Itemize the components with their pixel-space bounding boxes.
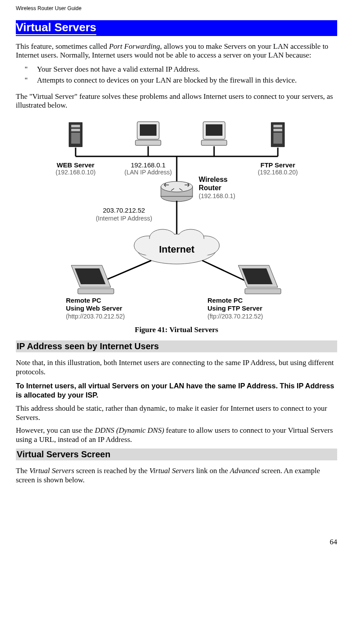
router-icon [161, 181, 193, 202]
svg-rect-2 [71, 129, 80, 131]
intro-paragraph-2: The "Virtual Server" feature solves thes… [16, 92, 337, 110]
ftp-server-ip: (192.168.0.20) [258, 169, 298, 176]
svg-rect-5 [140, 124, 156, 136]
lan-pc-icon [201, 122, 227, 145]
svg-line-29 [102, 260, 151, 282]
internet-label: Internet [159, 244, 194, 255]
text: However, you can use the [16, 426, 95, 434]
running-header: Wireless Router User Guide [16, 0, 337, 20]
sub1-callout: To Internet users, all virtual Servers o… [16, 381, 337, 400]
term: Virtual Servers [29, 467, 74, 475]
web-server-ip: (192.168.0.10) [55, 169, 95, 176]
lan-ip-label: 192.168.0.1 [131, 161, 165, 169]
reason-list: Your Server does not have a valid extern… [16, 64, 337, 86]
term: Virtual Servers [149, 467, 194, 475]
remote-left-l2: Using Web Server [66, 304, 122, 312]
inet-ip-label: 203.70.212.52 [103, 206, 145, 214]
sub1-p1: Note that, in this illustration, both In… [16, 358, 337, 376]
svg-rect-9 [201, 140, 227, 145]
svg-rect-1 [71, 125, 80, 127]
ftp-server-label: FTP Server [260, 161, 295, 169]
ddns-term: DDNS (Dynamic DNS) [95, 426, 164, 434]
remote-right-l2: Using FTP Server [207, 304, 262, 312]
remote-pc-right-icon [238, 265, 281, 294]
svg-rect-13 [273, 133, 282, 144]
svg-rect-32 [245, 289, 281, 294]
sub2-p1: The Virtual Servers screen is reached by… [16, 467, 337, 485]
list-item: Attempts to connect to devices on your L… [37, 75, 337, 86]
sub1-p2: This address should be static, rather th… [16, 404, 337, 422]
sub1-p3: However, you can use the DDNS (Dynamic D… [16, 426, 337, 444]
intro-paragraph-1: This feature, sometimes called Port Forw… [16, 42, 337, 60]
port-forwarding-term: Port Forwarding [109, 42, 160, 51]
section-title: Virtual Servers [16, 21, 96, 35]
svg-rect-6 [135, 140, 161, 145]
router-label-2: Router [199, 184, 222, 192]
router-ip: (192.168.0.1) [199, 192, 235, 199]
svg-rect-3 [71, 133, 80, 144]
network-diagram-svg: WEB Server (192.168.0.10) 192.168.0.1 (L… [54, 114, 300, 320]
subhead-ip-address: IP Address seen by Internet Users [16, 340, 337, 352]
figure-caption: Figure 41: Virtual Servers [16, 326, 337, 334]
svg-rect-8 [206, 124, 222, 136]
list-item: Your Server does not have a valid extern… [37, 64, 337, 75]
router-label-1: Wireless [199, 176, 228, 183]
text: link on the [194, 467, 230, 475]
text: This feature, sometimes called [16, 42, 109, 51]
lan-pc-icon [135, 122, 161, 145]
remote-pc-left-icon [71, 265, 114, 294]
subhead-vs-screen: Virtual Servers Screen [16, 449, 337, 460]
ftp-server-icon [271, 123, 284, 147]
svg-rect-31 [78, 289, 114, 294]
svg-rect-11 [273, 125, 282, 127]
remote-left-url: (http://203.70.212.52) [66, 313, 125, 320]
text: screen is reached by the [74, 467, 149, 475]
text: The [16, 467, 29, 475]
lan-ip-sub: (LAN IP Address) [124, 169, 172, 176]
page-number: 64 [16, 538, 337, 554]
remote-right-l1: Remote PC [207, 297, 243, 304]
inet-ip-sub: (Internet IP Address) [95, 215, 152, 222]
remote-left-l1: Remote PC [66, 297, 101, 304]
remote-right-url: (ftp://203.70.212.52) [207, 313, 263, 320]
web-server-icon [69, 123, 82, 147]
web-server-label: WEB Server [57, 161, 95, 169]
svg-rect-12 [273, 129, 282, 131]
section-banner: Virtual Servers [16, 20, 337, 36]
term: Advanced [230, 467, 259, 475]
figure-virtual-servers: WEB Server (192.168.0.10) 192.168.0.1 (L… [16, 114, 337, 322]
